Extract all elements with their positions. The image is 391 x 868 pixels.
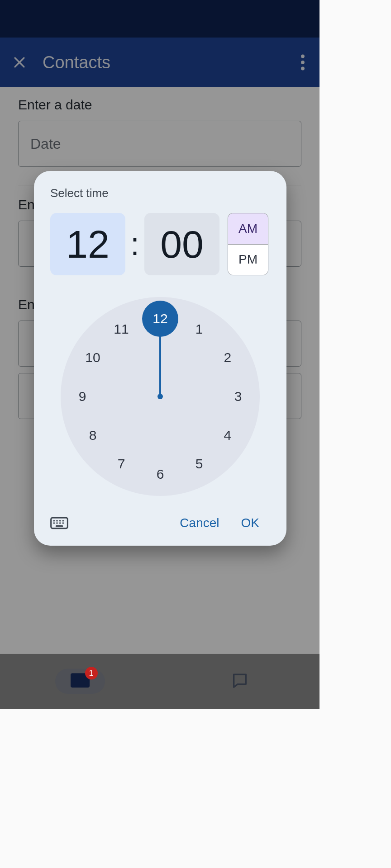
clock-hour-11[interactable]: 11 <box>103 311 139 347</box>
clock-hour-4[interactable]: 4 <box>210 417 246 453</box>
clock-hour-7[interactable]: 7 <box>103 446 139 482</box>
clock-hour-6[interactable]: 6 <box>142 456 178 492</box>
hour-display[interactable]: 12 <box>50 213 125 275</box>
clock-hour-8[interactable]: 8 <box>75 417 111 453</box>
clock-hour-9[interactable]: 9 <box>64 378 100 415</box>
time-display-row: 12 : 00 AM PM <box>50 213 270 275</box>
notification-badge: 1 <box>85 667 98 679</box>
time-colon: : <box>125 213 144 275</box>
ampm-toggle: AM PM <box>228 213 268 275</box>
minute-display[interactable]: 00 <box>144 213 219 275</box>
clock-face[interactable]: 121234567891011 <box>61 297 260 496</box>
mail-icon: 1 <box>71 673 90 689</box>
clock-center-dot <box>157 394 163 399</box>
clock-hour-3[interactable]: 3 <box>220 378 256 415</box>
ok-button[interactable]: OK <box>230 511 270 535</box>
clock-hour-5[interactable]: 5 <box>181 446 217 482</box>
clock-hour-1[interactable]: 1 <box>181 311 217 347</box>
am-option[interactable]: AM <box>228 213 268 245</box>
cancel-button[interactable]: Cancel <box>169 511 230 535</box>
clock-container: 121234567891011 <box>50 297 270 496</box>
clock-hour-10[interactable]: 10 <box>75 340 111 376</box>
time-picker-dialog: Select time 12 : 00 AM PM 12123456789101… <box>34 171 286 546</box>
dialog-title: Select time <box>50 186 270 200</box>
pm-option[interactable]: PM <box>228 245 268 275</box>
dialog-actions: Cancel OK <box>50 511 270 535</box>
chat-icon <box>231 671 249 691</box>
clock-hour-12[interactable]: 12 <box>142 301 178 337</box>
clock-hour-2[interactable]: 2 <box>210 340 246 376</box>
keyboard-icon[interactable] <box>50 516 68 530</box>
